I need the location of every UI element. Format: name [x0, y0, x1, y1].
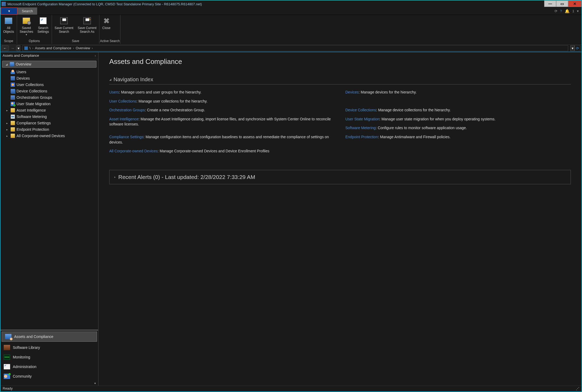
- chevron-right-icon[interactable]: ▸: [6, 109, 9, 112]
- tree-item-overview[interactable]: ◢ Overview: [2, 61, 96, 68]
- chevron-right-icon[interactable]: ▸: [6, 134, 9, 137]
- link-device-collections[interactable]: Device Collections: [345, 108, 354, 112]
- all-objects-icon: [5, 18, 12, 24]
- sidebar-title: Assets and Compliance: [3, 54, 39, 58]
- save-current-search-button[interactable]: Save Current Search: [52, 16, 76, 39]
- nav-entry-devices: Devices: Manage devices for the hierarch…: [345, 90, 354, 95]
- navigation-index-grid: Users: Manage users and user groups for …: [109, 90, 354, 154]
- desc: : Manage users and user groups for the h…: [119, 90, 201, 94]
- search-settings-label: Search Settings: [37, 26, 49, 34]
- chevron-down-icon[interactable]: ◢: [6, 63, 8, 66]
- chevron-right-icon[interactable]: ▸: [6, 128, 9, 131]
- app-menu-dropdown[interactable]: ▾: [1, 7, 18, 15]
- recent-alerts-text: Recent Alerts (0) - Last updated: 2/28/2…: [118, 174, 255, 180]
- expand-icon: ▸: [114, 175, 116, 178]
- menubar: ▾ Search ⟳ ? 🔔 1 ▾: [1, 7, 354, 15]
- search-settings-icon: [40, 17, 47, 24]
- all-objects-button[interactable]: All Objects: [1, 16, 16, 39]
- tree-label: Compliance Settings: [17, 121, 51, 125]
- nav-history-button[interactable]: ▾: [17, 45, 20, 51]
- breadcrumb-seg-assets[interactable]: Assets and Compliance: [35, 46, 71, 50]
- link-endpoint-protection[interactable]: Endpoint Protection: [345, 135, 354, 139]
- tree-item-orchestration-groups[interactable]: Orchestration Groups: [2, 94, 96, 101]
- breadcrumb-root: \: [30, 46, 31, 50]
- ribbon-group-active-search: ✖ Close Active Search: [99, 15, 120, 44]
- user-icon: [11, 70, 15, 74]
- saved-searches-label: Saved Searches: [20, 26, 33, 34]
- tree-item-device-collections[interactable]: Device Collections: [2, 88, 96, 94]
- page-title: Assets and Compliance: [109, 58, 354, 66]
- window-title: Microsoft Endpoint Configuration Manager…: [7, 2, 354, 6]
- saved-searches-button[interactable]: Saved Searches ▼: [18, 16, 35, 39]
- save-current-search-as-button[interactable]: Save Current Search As: [75, 16, 99, 39]
- device-collections-icon: [11, 89, 15, 93]
- navigation-index-header[interactable]: ◢ Navigation Index: [109, 76, 354, 84]
- desc: : Manage Corporate-owned Devices and Dev…: [157, 149, 269, 153]
- collapse-icon: ◢: [109, 78, 111, 81]
- link-asset-intelligence[interactable]: Asset Intelligence: [109, 117, 139, 121]
- chevron-right-icon: ›: [32, 46, 33, 50]
- folder-icon: [11, 127, 15, 132]
- link-software-metering[interactable]: Software Metering: [345, 126, 354, 130]
- tree-label: Endpoint Protection: [17, 127, 49, 132]
- tree-label: Device Collections: [17, 89, 47, 93]
- link-users[interactable]: Users: [109, 90, 119, 94]
- search-settings-button[interactable]: Search Settings: [35, 16, 51, 39]
- breadcrumb-bar: ← → ▾ \ › Assets and Compliance › Overvi…: [1, 44, 354, 52]
- nav-back-button[interactable]: ←: [2, 45, 9, 51]
- sidebar: Assets and Compliance ‹ ◢ Overview Users…: [1, 52, 99, 239]
- recent-alerts-panel[interactable]: ▸ Recent Alerts (0) - Last updated: 2/28…: [109, 170, 354, 184]
- navigation-tree: ◢ Overview Users Devices User Collection…: [1, 59, 98, 239]
- nav-forward-button[interactable]: →: [9, 45, 16, 51]
- link-user-collections[interactable]: User Collections: [109, 99, 136, 103]
- breadcrumb-root-icon: [24, 46, 28, 50]
- tree-item-compliance-settings[interactable]: ▸ Compliance Settings: [2, 120, 96, 126]
- close-label: Close: [102, 26, 111, 30]
- save-icon: [60, 17, 68, 24]
- close-search-button[interactable]: ✖ Close: [100, 16, 113, 39]
- tree-item-users[interactable]: Users: [2, 69, 96, 75]
- ribbon: All Objects Scope Saved Searches ▼ Searc…: [1, 15, 354, 44]
- tree-item-devices[interactable]: Devices: [2, 75, 96, 81]
- tree-label: Devices: [17, 76, 30, 80]
- tree-item-user-state-migration[interactable]: User State Migration: [2, 101, 96, 107]
- collapse-icon[interactable]: ‹: [95, 54, 96, 58]
- chevron-right-icon: ›: [92, 46, 93, 50]
- tree-item-asset-intelligence[interactable]: ▸ Asset Intelligence: [2, 107, 96, 113]
- tree-item-user-collections[interactable]: User Collections: [2, 81, 96, 88]
- breadcrumb[interactable]: \ › Assets and Compliance › Overview ›: [22, 45, 354, 51]
- tree-item-endpoint-protection[interactable]: ▸ Endpoint Protection: [2, 126, 96, 133]
- sidebar-header: Assets and Compliance ‹: [1, 52, 98, 59]
- link-orchestration-groups[interactable]: Orchestration Groups: [109, 108, 145, 112]
- folder-icon: [11, 134, 15, 138]
- nav-entry-all-corporate-devices: All Corporate-owned Devices: Manage Corp…: [109, 149, 335, 154]
- dropdown-icon: ▼: [25, 34, 27, 36]
- chevron-right-icon[interactable]: ▸: [6, 122, 9, 125]
- chevron-right-icon: ›: [73, 46, 74, 50]
- ribbon-group-scope: All Objects Scope: [1, 15, 17, 44]
- scope-group-label: Scope: [1, 39, 16, 44]
- app-window: Microsoft Endpoint Configuration Manager…: [0, 0, 354, 239]
- all-objects-label: All Objects: [3, 26, 14, 34]
- orchestration-icon: [11, 95, 15, 100]
- tab-search[interactable]: Search: [18, 7, 37, 15]
- tree-label: User Collections: [17, 83, 44, 87]
- nav-entry-compliance-settings: Compliance Settings: Manage configuratio…: [109, 134, 335, 145]
- body: Assets and Compliance ‹ ◢ Overview Users…: [1, 52, 354, 239]
- link-devices[interactable]: Devices: [345, 90, 354, 94]
- nav-entry-user-collections: User Collections: Manage user collection…: [109, 99, 335, 104]
- tree-label: Orchestration Groups: [17, 95, 52, 100]
- link-compliance-settings[interactable]: Compliance Settings: [109, 135, 143, 139]
- titlebar: Microsoft Endpoint Configuration Manager…: [1, 1, 354, 7]
- link-user-state-migration[interactable]: User State Migration: [345, 117, 354, 121]
- folder-icon: [11, 108, 15, 112]
- desc: : Manage the Asset Intelligence catalog,…: [109, 117, 331, 126]
- app-icon: [2, 2, 6, 6]
- tree-item-all-corporate-owned-devices[interactable]: ▸ All Corporate-owned Devices: [2, 133, 96, 139]
- tree-item-software-metering[interactable]: Software Metering: [2, 113, 96, 120]
- nav-entry-device-collections: Device Collections: Manage device collec…: [345, 108, 354, 113]
- tree-label: Software Metering: [17, 115, 47, 119]
- link-all-corporate-devices[interactable]: All Corporate-owned Devices: [109, 149, 157, 153]
- breadcrumb-seg-overview[interactable]: Overview: [76, 46, 90, 50]
- navigation-index-title: Navigation Index: [114, 76, 153, 83]
